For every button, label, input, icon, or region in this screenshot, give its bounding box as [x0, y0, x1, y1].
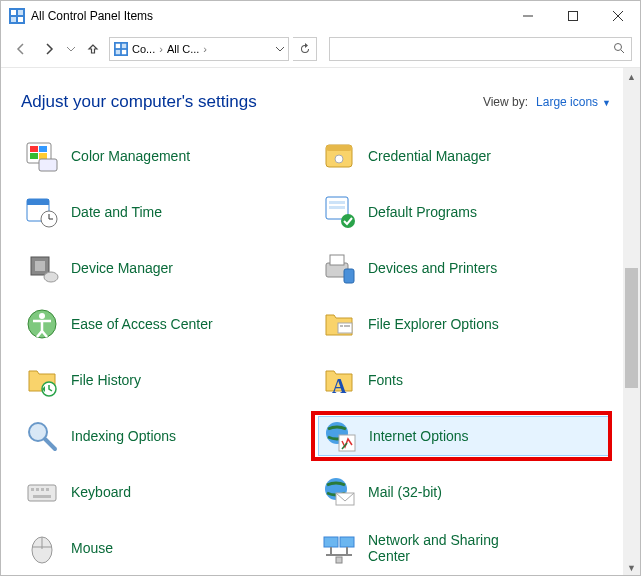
svg-rect-51 — [28, 485, 56, 501]
item-indexing-options[interactable]: Indexing Options — [21, 416, 314, 456]
item-keyboard[interactable]: Keyboard — [21, 472, 314, 512]
svg-rect-53 — [36, 488, 39, 491]
svg-rect-13 — [122, 50, 126, 54]
item-color-management[interactable]: Color Management — [21, 136, 314, 176]
search-input[interactable] — [329, 37, 632, 61]
item-mail[interactable]: Mail (32-bit) — [318, 472, 611, 512]
item-label: Indexing Options — [71, 428, 176, 444]
device-manager-icon — [25, 251, 59, 285]
vertical-scrollbar[interactable]: ▲ ▼ — [623, 68, 640, 576]
recent-dropdown[interactable] — [65, 37, 77, 61]
mail-icon — [322, 475, 356, 509]
devices-printers-icon — [322, 251, 356, 285]
item-file-explorer-options[interactable]: File Explorer Options — [318, 304, 611, 344]
fonts-icon: A — [322, 363, 356, 397]
item-label: File Explorer Options — [368, 316, 499, 332]
minimize-button[interactable] — [505, 1, 550, 31]
svg-rect-54 — [41, 488, 44, 491]
maximize-button[interactable] — [550, 1, 595, 31]
item-devices-and-printers[interactable]: Devices and Printers — [318, 248, 611, 288]
item-label: Keyboard — [71, 484, 131, 500]
item-device-manager[interactable]: Device Manager — [21, 248, 314, 288]
svg-point-33 — [341, 214, 355, 228]
breadcrumb-1[interactable]: Co... — [132, 43, 155, 55]
scroll-thumb[interactable] — [625, 268, 638, 388]
titlebar: All Control Panel Items — [1, 1, 640, 31]
item-label: Fonts — [368, 372, 403, 388]
svg-rect-62 — [324, 537, 338, 547]
svg-text:A: A — [332, 375, 347, 397]
item-ease-of-access[interactable]: Ease of Access Center — [21, 304, 314, 344]
svg-rect-26 — [27, 199, 49, 205]
file-explorer-options-icon — [322, 307, 356, 341]
svg-rect-19 — [30, 153, 38, 159]
refresh-button[interactable] — [293, 37, 317, 61]
item-label: Credential Manager — [368, 148, 491, 164]
svg-line-15 — [621, 50, 624, 53]
scroll-down-button[interactable]: ▼ — [623, 559, 640, 576]
item-label: Internet Options — [369, 428, 469, 444]
item-label: Mouse — [71, 540, 113, 556]
svg-rect-17 — [30, 146, 38, 152]
breadcrumb-2[interactable]: All C... — [167, 43, 199, 55]
svg-rect-2 — [18, 10, 23, 15]
svg-rect-38 — [330, 255, 344, 265]
page-title: Adjust your computer's settings — [21, 92, 483, 112]
svg-rect-12 — [116, 50, 120, 54]
svg-rect-31 — [329, 201, 345, 204]
item-label: Mail (32-bit) — [368, 484, 442, 500]
up-button[interactable] — [81, 37, 105, 61]
navigation-bar: Co... › All C... › — [1, 31, 640, 67]
svg-point-24 — [335, 155, 343, 163]
svg-rect-10 — [116, 44, 120, 48]
network-sharing-icon — [322, 531, 356, 565]
item-fonts[interactable]: A Fonts — [318, 360, 611, 400]
chevron-down-icon: ▼ — [602, 98, 611, 108]
chevron-right-icon[interactable]: › — [203, 43, 207, 55]
item-default-programs[interactable]: Default Programs — [318, 192, 611, 232]
svg-rect-32 — [329, 206, 345, 209]
item-label: Ease of Access Center — [71, 316, 213, 332]
svg-rect-23 — [326, 145, 352, 151]
content-area: Adjust your computer's settings View by:… — [1, 68, 623, 576]
item-label: Network and Sharing Center — [368, 532, 538, 564]
item-file-history[interactable]: File History — [21, 360, 314, 400]
address-dropdown[interactable] — [276, 43, 284, 55]
window-title: All Control Panel Items — [31, 9, 505, 23]
keyboard-icon — [25, 475, 59, 509]
indexing-options-icon — [25, 419, 59, 453]
svg-rect-67 — [336, 557, 342, 563]
address-bar[interactable]: Co... › All C... › — [109, 37, 289, 61]
control-panel-icon — [114, 42, 128, 56]
svg-rect-43 — [340, 325, 343, 327]
svg-point-14 — [615, 43, 622, 50]
search-icon — [613, 42, 625, 57]
back-button[interactable] — [9, 37, 33, 61]
item-date-and-time[interactable]: Date and Time — [21, 192, 314, 232]
date-time-icon — [25, 195, 59, 229]
internet-options-icon — [323, 419, 357, 453]
close-button[interactable] — [595, 1, 640, 31]
item-label: Date and Time — [71, 204, 162, 220]
chevron-right-icon[interactable]: › — [159, 43, 163, 55]
ease-of-access-icon — [25, 307, 59, 341]
forward-button[interactable] — [37, 37, 61, 61]
default-programs-icon — [322, 195, 356, 229]
svg-rect-4 — [18, 17, 23, 22]
svg-rect-3 — [11, 17, 16, 22]
file-history-icon — [25, 363, 59, 397]
svg-rect-56 — [33, 495, 51, 498]
svg-rect-44 — [344, 325, 350, 327]
viewby-label: View by: — [483, 95, 528, 109]
item-credential-manager[interactable]: Credential Manager — [318, 136, 611, 176]
viewby-dropdown[interactable]: Large icons▼ — [536, 95, 611, 109]
control-panel-icon — [9, 8, 25, 24]
svg-rect-55 — [46, 488, 49, 491]
scroll-up-button[interactable]: ▲ — [623, 68, 640, 85]
item-network-sharing[interactable]: Network and Sharing Center — [318, 528, 611, 568]
item-label: Default Programs — [368, 204, 477, 220]
item-mouse[interactable]: Mouse — [21, 528, 314, 568]
svg-rect-35 — [35, 261, 45, 271]
item-internet-options[interactable]: Internet Options — [318, 416, 611, 456]
svg-rect-11 — [122, 44, 126, 48]
